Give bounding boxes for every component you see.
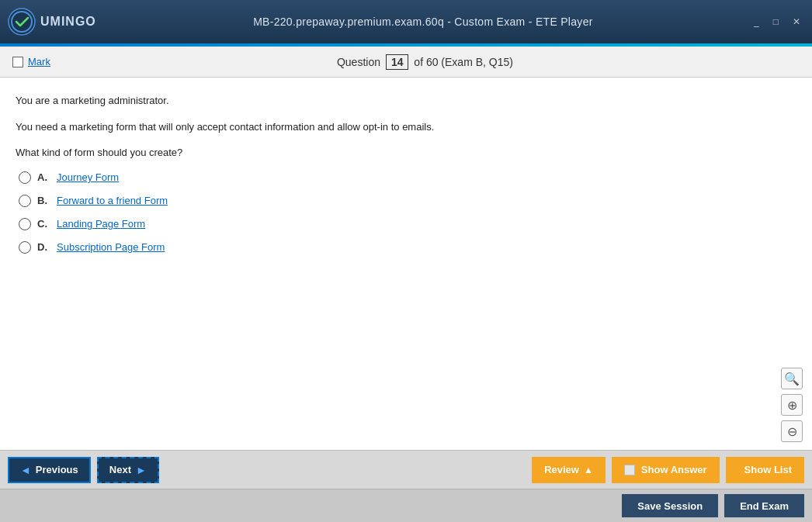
bottom-bar: ◄ Previous Next ► Review ▲ Show Answer S… xyxy=(0,450,812,489)
zoom-in-button[interactable]: ⊕ xyxy=(781,394,803,416)
zoom-out-button[interactable]: ⊖ xyxy=(781,420,803,442)
choice-b[interactable]: B. Forward to a friend Form xyxy=(19,195,796,207)
action-bar: Save Session End Exam xyxy=(0,489,812,522)
choice-d-text: Subscription Page Form xyxy=(57,241,165,253)
previous-button[interactable]: ◄ Previous xyxy=(8,457,91,483)
radio-c[interactable] xyxy=(19,218,31,230)
review-button[interactable]: Review ▲ xyxy=(532,457,606,483)
question-prompt: What kind of form should you create? xyxy=(16,145,796,161)
question-of-text: of 60 (Exam B, Q15) xyxy=(414,56,513,68)
search-button[interactable]: 🔍 xyxy=(781,368,803,389)
main-content: You are a marketing administrator. You n… xyxy=(0,78,812,450)
choice-b-label: B. xyxy=(37,195,47,206)
mark-checkbox[interactable] xyxy=(12,57,23,67)
radio-d[interactable] xyxy=(19,241,31,254)
mark-label[interactable]: Mark xyxy=(28,56,50,67)
show-answer-button[interactable]: Show Answer xyxy=(612,457,720,483)
svg-point-0 xyxy=(9,9,35,35)
radio-b[interactable] xyxy=(19,195,31,207)
question-word: Question xyxy=(337,56,380,68)
choice-b-text: Forward to a friend Form xyxy=(57,195,168,206)
titlebar: UMINGO MB-220.prepaway.premium.exam.60q … xyxy=(0,0,812,43)
next-button[interactable]: Next ► xyxy=(97,457,159,483)
question-line2: You need a marketing form that will only… xyxy=(16,119,796,135)
question-info: Question 14 of 60 (Exam B, Q15) xyxy=(50,54,800,70)
dropdown-arrow-icon: ▲ xyxy=(584,465,593,475)
left-arrow-icon: ◄ xyxy=(20,464,31,476)
choice-c[interactable]: C. Landing Page Form xyxy=(19,218,796,230)
choice-c-label: C. xyxy=(37,218,47,230)
right-arrow-icon: ► xyxy=(136,464,147,476)
zoom-area: 🔍 ⊕ ⊖ xyxy=(781,368,803,442)
save-session-button[interactable]: Save Session xyxy=(622,494,718,517)
logo-text: UMINGO xyxy=(40,15,96,29)
choice-c-text: Landing Page Form xyxy=(57,218,145,230)
choice-a[interactable]: A. Journey Form xyxy=(19,171,796,184)
question-number: 14 xyxy=(386,54,409,70)
end-exam-button[interactable]: End Exam xyxy=(724,494,804,517)
maximize-button[interactable]: □ xyxy=(769,15,783,29)
question-text: You are a marketing administrator. You n… xyxy=(16,93,796,161)
window-title: MB-220.prepaway.premium.exam.60q - Custo… xyxy=(253,16,593,28)
answer-icon-sq xyxy=(624,465,635,475)
vumingo-logo xyxy=(8,8,36,36)
question-line1: You are a marketing administrator. xyxy=(16,93,796,109)
choices-list: A. Journey Form B. Forward to a friend F… xyxy=(19,171,796,254)
show-list-button[interactable]: Show List xyxy=(726,457,804,483)
choice-a-label: A. xyxy=(37,171,47,183)
question-header: Mark Question 14 of 60 (Exam B, Q15) xyxy=(0,47,812,78)
mark-area[interactable]: Mark xyxy=(12,56,50,67)
window-controls[interactable]: _ □ ✕ xyxy=(750,15,804,29)
close-button[interactable]: ✕ xyxy=(789,15,804,29)
choice-a-text: Journey Form xyxy=(57,171,119,183)
minimize-button[interactable]: _ xyxy=(750,15,763,29)
choice-d-label: D. xyxy=(37,241,47,253)
choice-d[interactable]: D. Subscription Page Form xyxy=(19,241,796,254)
logo-area: UMINGO xyxy=(8,8,96,36)
radio-a[interactable] xyxy=(19,171,31,184)
